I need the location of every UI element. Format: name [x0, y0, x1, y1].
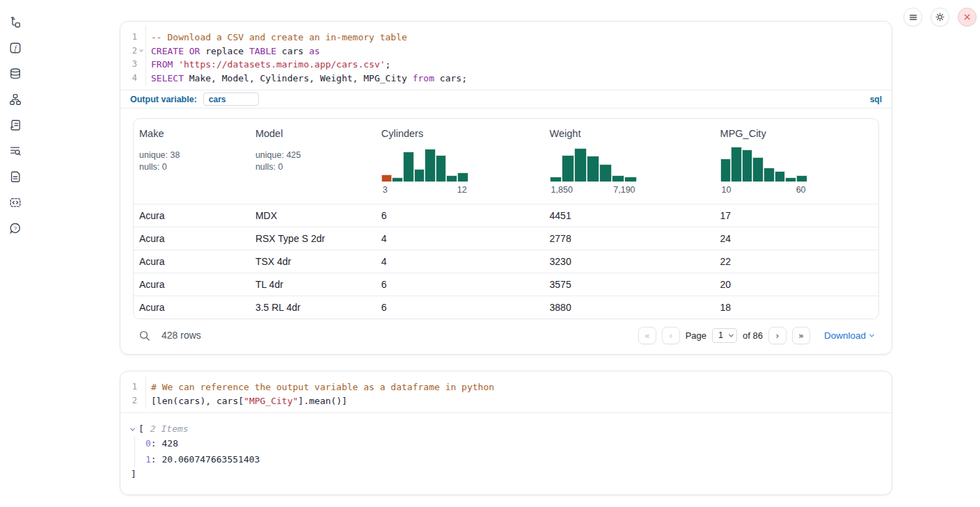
- download-label: Download: [824, 330, 866, 341]
- code-text: CREATE OR replace TABLE cars as: [145, 45, 320, 58]
- datasources-icon[interactable]: [9, 67, 22, 80]
- column-label: MPG_City: [720, 128, 873, 139]
- table-row: AcuraRSX Type S 2dr4277824: [134, 227, 878, 250]
- histogram-bar: [550, 177, 562, 182]
- column-header-model[interactable]: Modelunique: 425nulls: 0: [250, 119, 376, 204]
- table-cell: 3.5 RL 4dr: [250, 302, 376, 313]
- tree-collapse-icon[interactable]: [130, 426, 135, 430]
- column-label: Make: [139, 128, 244, 139]
- close-icon: [963, 13, 972, 22]
- histogram-bar: [775, 171, 786, 182]
- table-cell: 17: [715, 210, 878, 221]
- svg-text:?: ?: [14, 225, 17, 232]
- column-histogram: 1,8507,190: [550, 145, 637, 195]
- table-cell: TL 4dr: [250, 279, 376, 290]
- sql-editor[interactable]: 1-- Download a CSV and create an in-memo…: [120, 22, 892, 90]
- code-line: 3FROM 'https://datasets.marimo.app/cars.…: [120, 58, 892, 72]
- page-label: Page: [686, 330, 706, 341]
- table-cell: MDX: [250, 210, 376, 221]
- fold-spacer: [137, 72, 145, 86]
- histogram-bar: [436, 155, 447, 182]
- column-label: Model: [255, 128, 370, 139]
- fold-chevron-icon[interactable]: [137, 45, 145, 58]
- table-cell: 6: [376, 279, 544, 290]
- table-cell: 3230: [544, 256, 715, 267]
- column-header-mpg_city[interactable]: MPG_City1060: [715, 119, 878, 204]
- next-page-button[interactable]: ›: [768, 327, 787, 344]
- logs-icon[interactable]: [9, 145, 22, 157]
- download-button[interactable]: Download: [824, 330, 874, 341]
- histogram-bar: [742, 150, 753, 182]
- code-line: 2CREATE OR replace TABLE cars as: [120, 45, 892, 58]
- python-cell: 1# We can reference the output variable …: [120, 371, 892, 495]
- last-page-button[interactable]: »: [792, 327, 810, 344]
- svg-text:f: f: [15, 45, 17, 52]
- chevron-down-icon: [869, 332, 874, 337]
- gear-icon: [935, 12, 945, 22]
- code-text: # We can reference the output variable a…: [145, 380, 494, 394]
- file-explorer-icon[interactable]: [9, 16, 22, 29]
- table-cell: 6: [376, 302, 544, 313]
- code-line: 4SELECT Make, Model, Cylinders, Weight, …: [120, 72, 892, 86]
- page-select[interactable]: 1: [712, 328, 737, 343]
- fold-spacer: [137, 394, 145, 408]
- first-page-button[interactable]: «: [638, 327, 656, 344]
- table-cell: Acura: [134, 256, 250, 267]
- page-total-label: of 86: [743, 330, 763, 341]
- scratchpad-icon[interactable]: [9, 119, 22, 131]
- output-variable-label: Output variable:: [130, 95, 197, 104]
- table-cell: 24: [715, 233, 878, 244]
- histogram-bar: [562, 155, 574, 182]
- line-number: 4: [120, 72, 137, 86]
- help-icon[interactable]: ?: [9, 222, 22, 234]
- python-editor[interactable]: 1# We can reference the output variable …: [120, 371, 892, 412]
- column-header-weight[interactable]: Weight1,8507,190: [544, 119, 715, 204]
- pagination: « ‹ Page 1 of 86 › » Download: [638, 327, 874, 344]
- column-header-cylinders[interactable]: Cylinders312: [376, 119, 544, 204]
- menu-button[interactable]: [903, 8, 922, 26]
- tree-open-bracket: [: [139, 422, 144, 436]
- line-number: 1: [120, 380, 137, 394]
- table-cell: 3575: [544, 279, 715, 290]
- histogram-bar: [446, 175, 457, 182]
- histogram-axis-labels: 1,8507,190: [550, 185, 637, 195]
- histogram-bar: [764, 168, 775, 182]
- output-variable-row: Output variable: sql: [120, 90, 892, 108]
- shutdown-button[interactable]: [958, 8, 977, 26]
- histogram-bar: [381, 175, 393, 182]
- table-row: Acura3.5 RL 4dr6388018: [134, 296, 878, 319]
- output-variable-input[interactable]: [203, 92, 259, 106]
- table-row: AcuraTL 4dr6357520: [134, 273, 878, 296]
- dependency-graph-icon[interactable]: [9, 93, 22, 106]
- table-row: AcuraMDX6445117: [134, 204, 878, 227]
- column-header-make[interactable]: Makeunique: 38nulls: 0: [134, 119, 250, 204]
- fold-spacer: [137, 58, 145, 72]
- functions-icon[interactable]: f: [9, 42, 22, 54]
- sidebar: f ?: [0, 0, 31, 507]
- histogram-bar: [392, 177, 403, 182]
- documentation-icon[interactable]: [9, 170, 22, 183]
- line-number: 1: [120, 31, 137, 45]
- prev-page-button[interactable]: ‹: [662, 327, 680, 344]
- histogram-bar: [731, 147, 742, 182]
- column-histogram: 1060: [720, 145, 807, 195]
- line-number: 2: [120, 394, 137, 408]
- fold-spacer: [137, 31, 145, 45]
- menu-icon: [908, 13, 918, 22]
- settings-button[interactable]: [931, 8, 949, 26]
- column-stats: unique: 38nulls: 0: [139, 150, 244, 172]
- tree-close-bracket: ]: [131, 467, 880, 481]
- language-badge: sql: [870, 95, 882, 104]
- table-cell: 20: [715, 279, 878, 290]
- sql-cell: 1-- Download a CSV and create an in-memo…: [120, 21, 892, 355]
- table-cell: 4: [376, 233, 544, 244]
- histogram-bar: [599, 164, 612, 182]
- histogram-axis-labels: 312: [381, 185, 468, 195]
- snippets-icon[interactable]: [9, 196, 22, 209]
- tree-entry: 1: 20.060747663551403: [145, 452, 880, 468]
- topbar: [903, 8, 977, 26]
- tree-entry: 0: 428: [145, 436, 880, 452]
- histogram-bar: [752, 157, 764, 182]
- code-text: [len(cars), cars["MPG_City"].mean()]: [145, 394, 347, 408]
- search-icon[interactable]: [139, 330, 150, 341]
